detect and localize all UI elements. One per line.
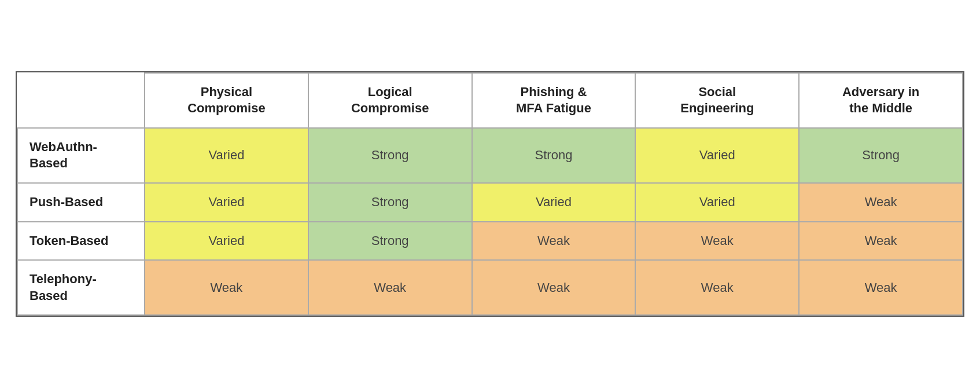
- row-label-2: Token-Based: [17, 222, 145, 261]
- table-row: Token-BasedVariedStrongWeakWeakWeak: [17, 222, 963, 261]
- cell-0-4: Strong: [799, 128, 963, 183]
- header-row: PhysicalCompromise LogicalCompromise Phi…: [17, 73, 963, 128]
- header-phishing: Phishing &MFA Fatigue: [472, 73, 636, 128]
- header-social: SocialEngineering: [635, 73, 799, 128]
- header-empty: [17, 73, 145, 128]
- table-row: Push-BasedVariedStrongVariedVariedWeak: [17, 183, 963, 222]
- cell-2-0: Varied: [145, 222, 308, 261]
- cell-1-3: Varied: [635, 183, 799, 222]
- cell-0-0: Varied: [145, 128, 308, 183]
- header-aitm: Adversary inthe Middle: [799, 73, 963, 128]
- header-logical: LogicalCompromise: [308, 73, 472, 128]
- cell-1-4: Weak: [799, 183, 963, 222]
- cell-2-4: Weak: [799, 222, 963, 261]
- cell-3-2: Weak: [472, 260, 636, 315]
- cell-1-1: Strong: [308, 183, 472, 222]
- cell-3-0: Weak: [145, 260, 308, 315]
- comparison-table: PhysicalCompromise LogicalCompromise Phi…: [17, 72, 963, 316]
- row-label-3: Telephony-Based: [17, 260, 145, 315]
- cell-2-1: Strong: [308, 222, 472, 261]
- row-label-1: Push-Based: [17, 183, 145, 222]
- cell-0-1: Strong: [308, 128, 472, 183]
- table-row: WebAuthn-BasedVariedStrongStrongVariedSt…: [17, 128, 963, 183]
- cell-1-0: Varied: [145, 183, 308, 222]
- cell-0-3: Varied: [635, 128, 799, 183]
- header-physical: PhysicalCompromise: [145, 73, 308, 128]
- comparison-table-wrapper: PhysicalCompromise LogicalCompromise Phi…: [16, 71, 964, 317]
- cell-2-3: Weak: [635, 222, 799, 261]
- cell-3-4: Weak: [799, 260, 963, 315]
- table-body: WebAuthn-BasedVariedStrongStrongVariedSt…: [17, 128, 963, 316]
- cell-1-2: Varied: [472, 183, 636, 222]
- cell-3-3: Weak: [635, 260, 799, 315]
- row-label-0: WebAuthn-Based: [17, 128, 145, 183]
- cell-2-2: Weak: [472, 222, 636, 261]
- table-row: Telephony-BasedWeakWeakWeakWeakWeak: [17, 260, 963, 315]
- cell-0-2: Strong: [472, 128, 636, 183]
- cell-3-1: Weak: [308, 260, 472, 315]
